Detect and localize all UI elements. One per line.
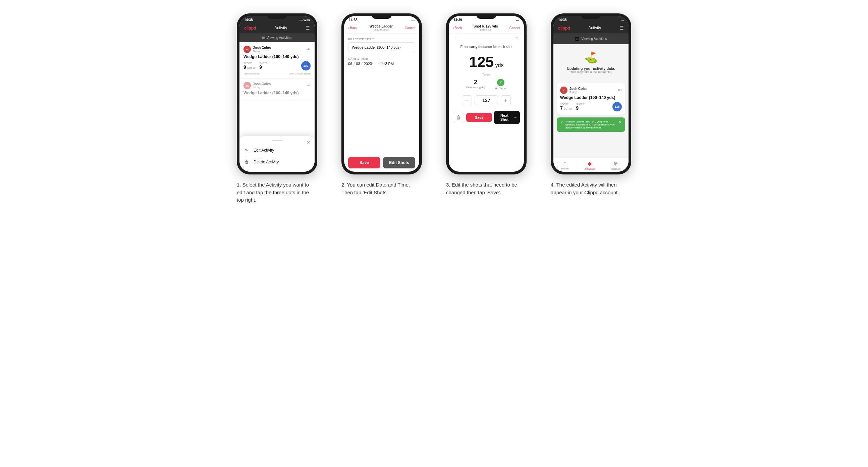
bottom-sheet-1: ✕ ✎ Edit Activity 🗑 Delete Activity — [240, 136, 315, 172]
home-icon: ⌂ — [563, 160, 567, 166]
date-year-2: 2023 — [364, 62, 372, 66]
phone-3-footer: 🗑 Save Next Shot → — [449, 108, 524, 127]
capture-label: Capture — [611, 167, 620, 170]
save-btn-2[interactable]: Save — [348, 157, 380, 168]
score-value-1: 9 — [244, 64, 246, 70]
date-time-row-2: 06 / 03 / 2023 1:13 PM — [348, 62, 415, 66]
footer-left-1: Test Information — [244, 72, 260, 75]
shots-value-1: 9 — [259, 64, 267, 70]
sheet-close-icon[interactable]: ✕ — [307, 139, 311, 145]
trash-btn-3[interactable]: 🗑 — [453, 112, 464, 123]
hit-target-metric: ✓ Hit Target — [495, 79, 506, 90]
toast-text-4: "Wedge Ladder (100–140 yds)" was updated… — [565, 120, 616, 129]
phone-4-nav: clippd Activity ☰ — [553, 23, 628, 33]
notch-4 — [581, 13, 601, 19]
updating-title-4: Updating your activity data. — [567, 66, 615, 70]
shot-score-3: Score 7/9 — [473, 28, 498, 31]
cancel-btn-2[interactable]: Cancel — [405, 26, 415, 30]
back-label-2: Back — [350, 26, 357, 30]
cancel-btn-3[interactable]: Cancel — [509, 26, 520, 30]
user-info-4: JC Josh Coles Today — [560, 87, 587, 94]
difference-label: Difference (yds) — [466, 86, 485, 89]
signal-icon-3: ▪▪▪ — [516, 19, 519, 22]
back-btn-2[interactable]: ‹ Back — [348, 26, 358, 30]
phone-3-header: ‹ Back Shot 6, 125 yds Score 7/9 Cancel — [449, 23, 524, 34]
activities-icon: ◆ — [588, 160, 592, 167]
edit-activity-item[interactable]: ✎ Edit Activity — [245, 145, 309, 156]
next-shot-arrow-top[interactable]: → — [514, 35, 519, 40]
activity-card-1: JC Josh Coles Today ••• Wedge Ladder (10… — [240, 42, 315, 79]
phone-2-screen: 14:38 ▪▪▪ ‹ Back Wedge Ladder 06 Mar 202… — [344, 16, 419, 172]
avatar-2: JC — [244, 82, 251, 89]
edit-shots-btn-2[interactable]: Edit Shots — [383, 157, 415, 168]
bottom-nav-activities[interactable]: ◆ Activities — [585, 160, 595, 170]
menu-icon-4[interactable]: ☰ — [619, 25, 624, 31]
out-of-4: OUT OF — [564, 108, 572, 110]
date-field-2[interactable]: 06 / 03 / 2023 — [348, 62, 372, 66]
carry-label-3: Enter carry distance for each shot — [449, 41, 524, 52]
nav-title-4: Activity — [588, 26, 601, 30]
time-value-2[interactable]: 1:13 PM — [380, 62, 394, 66]
signal-icon-1: ▪▪▪ — [300, 19, 303, 22]
phone-1-frame: 14:38 ▪▪▪ WiFi clippd Activity ☰ ⊞ Viewi… — [237, 13, 317, 175]
clippd-logo-1: clippd — [244, 26, 256, 31]
status-icons-4: ▪▪▪ — [620, 19, 624, 22]
status-icons-2: ▪▪▪ — [411, 19, 414, 22]
difference-value: 2 — [466, 79, 485, 86]
score-label-4: Score — [560, 103, 572, 105]
date-day-2: 06 — [348, 62, 352, 66]
practice-title-label-2: Practice Title — [348, 38, 415, 41]
status-time-3: 14:39 — [454, 18, 462, 22]
three-dots-2[interactable]: ••• — [306, 83, 311, 88]
delete-activity-label: Delete Activity — [253, 160, 279, 164]
status-icons-1: ▪▪▪ WiFi — [300, 19, 310, 22]
edit-icon: ✎ — [245, 148, 250, 153]
card-header-1: JC Josh Coles Today ••• — [244, 45, 311, 53]
status-time-1: 14:38 — [244, 18, 253, 22]
viewing-banner-4: ⊞ Viewing Activities — [553, 33, 628, 44]
trash-icon-sheet: 🗑 — [245, 160, 250, 164]
next-shot-btn-3[interactable]: Next Shot → — [494, 111, 520, 124]
stepper-value[interactable]: 127 — [474, 95, 498, 105]
toast-check-icon: ✓ — [560, 120, 563, 125]
activities-label: Activities — [585, 167, 595, 170]
phone-1-nav: clippd Activity ☰ — [240, 23, 315, 33]
sheet-handle — [272, 140, 282, 141]
signal-icon-2: ▪▪▪ — [411, 19, 414, 22]
three-dots-4[interactable]: ••• — [617, 88, 622, 93]
activity-title-2: Wedge Ladder (100–140 yds) — [244, 91, 311, 95]
stepper-plus[interactable]: + — [501, 95, 511, 105]
back-btn-3[interactable]: ‹ Back — [453, 26, 462, 30]
prev-shot-arrow[interactable]: ← — [454, 35, 459, 40]
three-dots-1[interactable]: ••• — [306, 47, 311, 52]
shots-group-1: Shots 9 — [259, 62, 267, 70]
wifi-icon-1: WiFi — [304, 19, 310, 22]
user-name-1: Josh Coles — [253, 46, 271, 50]
out-of-1: OUT OF — [247, 67, 256, 69]
signal-icon-4: ▪▪▪ — [620, 19, 624, 22]
viewing-activities-label-1: Viewing Activities — [267, 36, 292, 39]
date-month-2: 03 — [356, 62, 360, 66]
stepper-minus[interactable]: − — [462, 95, 472, 105]
save-btn-3[interactable]: Save — [466, 113, 492, 122]
practice-title-input-2[interactable]: Wedge Ladder (100–140 yds) — [348, 42, 415, 52]
shots-label-4: Shots — [576, 103, 584, 105]
menu-icon-1[interactable]: ☰ — [306, 25, 310, 31]
header-title-2: Wedge Ladder — [370, 25, 393, 28]
user-details-2: Josh Coles Today — [253, 82, 271, 89]
toast-close-icon[interactable]: ✕ — [618, 120, 622, 125]
bottom-nav-capture[interactable]: ⊕ Capture — [611, 160, 620, 170]
shots-group-4: Shots 9 — [576, 103, 584, 111]
bottom-nav-home[interactable]: ⌂ Home — [561, 160, 568, 170]
phone-1-col: 14:38 ▪▪▪ WiFi clippd Activity ☰ ⊞ Viewi… — [230, 13, 324, 204]
shot-nav-3: ← → — [449, 34, 524, 41]
stats-row-1: Score 9 OUT OF Shots 9 130 — [244, 61, 311, 70]
footer-right-1: Data: Clippd Capture — [289, 72, 311, 75]
golf-flag-icon: ⛳ — [584, 51, 598, 64]
next-shot-label: Next Shot — [497, 114, 512, 121]
phone-2-col: 14:38 ▪▪▪ ‹ Back Wedge Ladder 06 Mar 202… — [335, 13, 429, 196]
edit-activity-label: Edit Activity — [253, 148, 274, 153]
yardage-unit-3: yds — [495, 62, 503, 68]
delete-activity-item[interactable]: 🗑 Delete Activity — [245, 156, 309, 168]
phones-row: 14:38 ▪▪▪ WiFi clippd Activity ☰ ⊞ Viewi… — [230, 13, 638, 204]
